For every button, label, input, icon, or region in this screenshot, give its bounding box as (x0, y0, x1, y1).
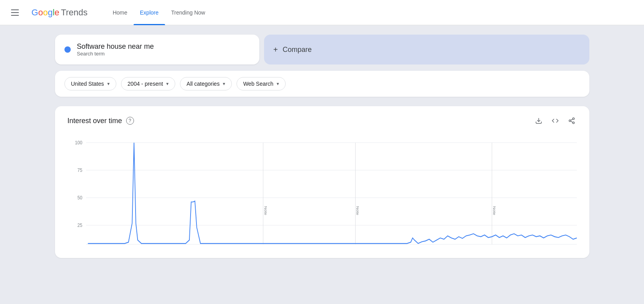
svg-text:Jan 1, 2022: Jan 1, 2022 (481, 247, 504, 249)
search-term-type: Search term (77, 51, 154, 57)
menu-icon[interactable] (8, 6, 22, 19)
chart-title: Interest over time (68, 117, 122, 125)
share-button[interactable] (567, 116, 577, 126)
filter-location[interactable]: United States ▾ (64, 77, 116, 90)
compare-label: Compare (283, 46, 312, 54)
svg-point-2 (569, 120, 571, 122)
embed-button[interactable] (550, 116, 560, 126)
filter-timerange-label: 2004 - present (128, 81, 163, 87)
svg-line-4 (571, 121, 572, 122)
svg-point-1 (572, 118, 574, 120)
download-button[interactable] (534, 116, 544, 126)
search-term-card: Software house near me Search term (55, 35, 259, 64)
compare-card[interactable]: + Compare (264, 35, 589, 64)
search-term-text: Software house near me Search term (77, 42, 154, 57)
svg-text:100: 100 (75, 140, 82, 146)
svg-text:Note: Note (263, 206, 267, 215)
filter-location-label: United States (71, 81, 104, 87)
nav-item-explore[interactable]: Explore (134, 0, 165, 25)
main-nav: Home Explore Trending Now (106, 0, 211, 25)
svg-text:Jan 1, 2016: Jan 1, 2016 (355, 247, 378, 249)
nav-item-trending[interactable]: Trending Now (165, 0, 212, 25)
chart-title-group: Interest over time ? (68, 117, 134, 125)
logo-trends-text: Trends (61, 7, 88, 18)
search-section: Software house near me Search term + Com… (55, 35, 589, 64)
filter-category[interactable]: All categories ▾ (180, 77, 232, 90)
svg-text:50: 50 (77, 195, 83, 201)
svg-text:Note: Note (492, 206, 496, 215)
chart-svg: 100 75 50 25 Note Note Note Jan 1, 2004 … (68, 138, 577, 249)
help-icon[interactable]: ? (126, 117, 134, 125)
chart-area: 100 75 50 25 Note Note Note Jan 1, 2004 … (68, 138, 577, 249)
svg-text:Note: Note (356, 206, 360, 215)
logo-google-text: Google (31, 7, 59, 18)
main-content: Software house near me Search term + Com… (39, 25, 605, 267)
svg-text:Jan 1, 2004: Jan 1, 2004 (88, 247, 111, 249)
chart-section: Interest over time ? (55, 106, 589, 258)
logo[interactable]: Google Trends (31, 7, 88, 18)
header: Google Trends Home Explore Trending Now (0, 0, 644, 25)
filters-section: United States ▾ 2004 - present ▾ All cat… (55, 71, 589, 97)
filter-search-type-chevron: ▾ (277, 81, 279, 87)
filter-location-chevron: ▾ (107, 81, 110, 87)
filter-timerange-chevron: ▾ (166, 81, 169, 87)
filter-category-chevron: ▾ (223, 81, 225, 87)
nav-item-home[interactable]: Home (106, 0, 134, 25)
svg-text:Jan 1, 2010: Jan 1, 2010 (226, 247, 249, 249)
filter-search-type-label: Web Search (243, 81, 273, 87)
filter-search-type[interactable]: Web Search ▾ (237, 77, 286, 90)
search-term-name: Software house near me (77, 42, 154, 51)
svg-line-5 (571, 119, 572, 120)
svg-text:25: 25 (77, 222, 83, 228)
svg-text:75: 75 (77, 167, 83, 173)
filter-timerange[interactable]: 2004 - present ▾ (121, 77, 175, 90)
compare-plus-icon: + (273, 45, 278, 54)
filter-category-label: All categories (187, 81, 220, 87)
chart-header: Interest over time ? (68, 116, 577, 126)
search-term-dot (64, 46, 71, 53)
svg-point-3 (572, 122, 574, 124)
chart-actions (534, 116, 577, 126)
